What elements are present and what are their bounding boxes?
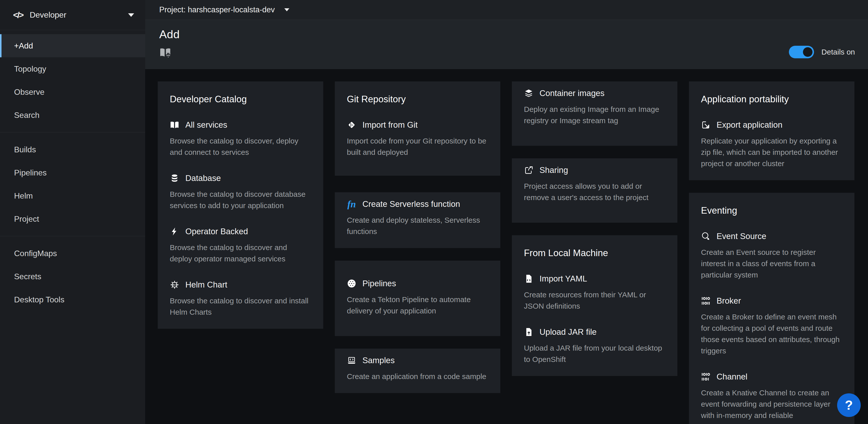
file-upload-icon xyxy=(524,327,533,337)
book-plus-icon xyxy=(159,47,171,59)
item-description: Browse the catalog to discover and insta… xyxy=(170,295,311,318)
card-pipelines: Pipelines Create a Tekton Pipeline to au… xyxy=(335,261,500,336)
item-all-services[interactable]: All services Browse the catalog to disco… xyxy=(170,120,311,158)
samples-icon xyxy=(347,356,356,365)
caret-down-icon xyxy=(128,13,134,17)
item-import-from-git[interactable]: Import from Git Import code from your Gi… xyxy=(347,120,488,158)
nav-divider xyxy=(0,132,145,133)
item-description: Create a Broker to define an event mesh … xyxy=(701,311,842,357)
code-brackets-icon: </> xyxy=(13,10,23,20)
sidebar-item-configmaps[interactable]: ConfigMaps xyxy=(0,242,145,265)
item-broker[interactable]: Broker Create a Broker to define an even… xyxy=(701,296,842,357)
item-description: Create a Knative Channel to create an ev… xyxy=(701,387,842,421)
sidebar-item-helm[interactable]: Helm xyxy=(0,184,145,207)
item-helm-chart[interactable]: HELM Helm Chart Browse the catalog to di… xyxy=(170,280,311,318)
sidebar-item-pipelines[interactable]: Pipelines xyxy=(0,161,145,184)
share-icon xyxy=(524,165,533,175)
item-operator-backed[interactable]: Operator Backed Browse the catalog to di… xyxy=(170,227,311,264)
item-description: Create an Event source to register inter… xyxy=(701,247,842,281)
event-source-icon xyxy=(701,231,711,241)
item-create-serverless-function[interactable]: fn Create Serverless function Create and… xyxy=(347,199,488,237)
item-title: Helm Chart xyxy=(185,280,227,289)
item-title: All services xyxy=(185,120,227,130)
item-title: Sharing xyxy=(539,165,568,175)
card-sharing: Sharing Project access allows you to add… xyxy=(512,158,677,223)
item-import-yaml[interactable]: Import YAML Create resources from their … xyxy=(524,274,665,312)
sidebar-item-desktop-tools[interactable]: Desktop Tools xyxy=(0,288,145,311)
card-samples: Samples Create an application from a cod… xyxy=(335,348,500,393)
help-button[interactable]: ? xyxy=(837,393,861,417)
item-channel[interactable]: Channel Create a Knative Channel to crea… xyxy=(701,372,842,421)
item-description: Create and deploy stateless, Serverless … xyxy=(347,215,488,237)
item-title: Broker xyxy=(717,296,741,306)
item-description: Import code from your Git repository to … xyxy=(347,135,488,158)
item-description: Project access allows you to add or remo… xyxy=(524,180,665,203)
item-description: Create an application from a code sample xyxy=(347,371,488,382)
column-1: Developer Catalog All services Browse th… xyxy=(158,81,323,329)
book-open-icon xyxy=(170,120,179,130)
item-export-application[interactable]: Export application Replicate your applic… xyxy=(701,120,842,169)
item-samples[interactable]: Samples Create an application from a cod… xyxy=(347,356,488,382)
item-title: Upload JAR file xyxy=(539,327,596,337)
channel-icon xyxy=(701,372,711,381)
git-icon xyxy=(347,120,356,130)
item-title: Samples xyxy=(363,356,395,365)
item-description: Browse the catalog to discover database … xyxy=(170,189,311,211)
sidebar-nav: +Add Topology Observe Search Builds Pipe… xyxy=(0,30,145,311)
file-code-icon xyxy=(524,274,533,283)
caret-down-icon xyxy=(284,8,289,11)
question-mark-icon: ? xyxy=(845,398,853,413)
helm-icon: HELM xyxy=(170,280,179,289)
item-event-source[interactable]: Event Source Create an Event source to r… xyxy=(701,231,842,281)
svg-text:HELM: HELM xyxy=(173,284,177,286)
item-title: Pipelines xyxy=(363,279,396,288)
switch-knob xyxy=(803,47,812,57)
card-developer-catalog: Developer Catalog All services Browse th… xyxy=(158,81,323,329)
item-upload-jar-file[interactable]: Upload JAR file Upload a JAR file from y… xyxy=(524,327,665,365)
card-title: From Local Machine xyxy=(524,248,665,258)
column-4: Application portability Export applicati… xyxy=(689,81,855,424)
details-toggle-group: Details on xyxy=(789,46,855,58)
card-serverless-function: fn Create Serverless function Create and… xyxy=(335,192,500,248)
column-2: Git Repository Import from xyxy=(335,81,500,393)
add-cards-grid: Developer Catalog All services Browse th… xyxy=(145,69,868,424)
serverless-fn-icon: fn xyxy=(347,199,356,209)
card-title: Git Repository xyxy=(347,94,488,105)
sidebar-item-builds[interactable]: Builds xyxy=(0,138,145,161)
item-title: Event Source xyxy=(717,231,766,241)
perspective-label: Developer xyxy=(30,10,128,20)
project-selector-label: Project: harshcasper-localsta-dev xyxy=(159,5,275,14)
main-content: Project: harshcasper-localsta-dev Add De… xyxy=(145,0,868,424)
item-title: Database xyxy=(185,173,221,183)
project-bar: Project: harshcasper-localsta-dev xyxy=(145,0,868,20)
card-container-images: Container images Deploy an existing Imag… xyxy=(512,81,677,146)
broker-icon xyxy=(701,296,711,306)
sidebar-item-topology[interactable]: Topology xyxy=(0,57,145,80)
item-title: Create Serverless function xyxy=(363,199,460,209)
card-from-local-machine: From Local Machine Import YAML Create re… xyxy=(512,235,677,376)
page-title: Add xyxy=(159,28,854,41)
export-icon xyxy=(701,120,711,130)
card-git-repository: Git Repository Import from xyxy=(335,81,500,176)
project-selector[interactable]: Project: harshcasper-localsta-dev xyxy=(159,5,289,14)
item-database[interactable]: Database Browse the catalog to discover … xyxy=(170,173,311,211)
sidebar-item-search[interactable]: Search xyxy=(0,104,145,127)
card-eventing: Eventing Event Source Create an Event s xyxy=(689,193,855,424)
details-switch[interactable] xyxy=(789,46,814,58)
sidebar-item-add[interactable]: +Add xyxy=(0,34,145,57)
sidebar-item-secrets[interactable]: Secrets xyxy=(0,265,145,288)
item-description: Create resources from their YAML or JSON… xyxy=(524,289,665,312)
item-container-images[interactable]: Container images Deploy an existing Imag… xyxy=(524,88,665,126)
quick-starts-button[interactable] xyxy=(159,47,171,59)
item-description: Upload a JAR file from your local deskto… xyxy=(524,342,665,365)
item-title: Channel xyxy=(717,372,747,381)
item-sharing[interactable]: Sharing Project access allows you to add… xyxy=(524,165,665,203)
item-pipelines[interactable]: Pipelines Create a Tekton Pipeline to au… xyxy=(347,279,488,316)
sidebar-item-observe[interactable]: Observe xyxy=(0,80,145,104)
item-description: Browse the catalog to discover, deploy a… xyxy=(170,135,311,158)
sidebar: </> Developer +Add Topology Observe Sear… xyxy=(0,0,145,424)
sidebar-item-project[interactable]: Project xyxy=(0,207,145,230)
card-title: Application portability xyxy=(701,94,842,105)
column-3: Container images Deploy an existing Imag… xyxy=(512,81,677,376)
perspective-switcher[interactable]: </> Developer xyxy=(0,0,145,30)
